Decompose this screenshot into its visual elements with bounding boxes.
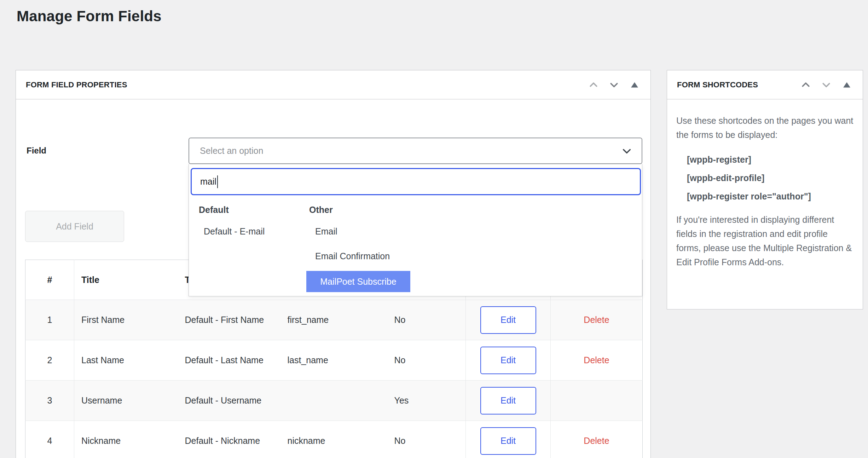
field-label: Field	[27, 145, 46, 156]
chevron-down-icon	[621, 145, 632, 157]
page-title: Manage Form Fields	[17, 8, 162, 25]
option-email-confirmation[interactable]: Email Confirmation	[315, 251, 390, 261]
field-select-placeholder: Select an option	[200, 146, 621, 156]
collapse-panel-icon[interactable]	[841, 79, 853, 91]
table-row: 2 Last Name Default - Last Name last_nam…	[25, 340, 643, 381]
form-shortcodes-body: Use these shortcodes on the pages you wa…	[667, 99, 863, 269]
field-select[interactable]: Select an option	[189, 138, 642, 164]
row-number: 2	[25, 340, 74, 381]
form-shortcodes-header: FORM SHORTCODES	[667, 70, 863, 99]
shortcode-register: [wppb-register]	[676, 152, 853, 167]
shortcode-edit-profile: [wppb-edit-profile]	[676, 171, 853, 185]
row-number: 1	[25, 300, 74, 340]
field-search-value: mail	[200, 176, 216, 187]
row-title: Nickname	[74, 421, 175, 458]
delete-link[interactable]: Delete	[584, 315, 609, 325]
text-cursor	[217, 175, 218, 188]
row-required: Yes	[377, 381, 466, 421]
edit-button[interactable]: Edit	[480, 387, 536, 414]
edit-button[interactable]: Edit	[480, 347, 536, 374]
row-meta-name: last_name	[278, 340, 377, 381]
row-number: 3	[25, 381, 74, 421]
edit-button[interactable]: Edit	[480, 306, 536, 334]
form-field-properties-header: FORM FIELD PROPERTIES	[16, 70, 650, 99]
row-required: No	[377, 421, 466, 458]
header-number: #	[25, 260, 74, 300]
shortcodes-intro: Use these shortcodes on the pages you wa…	[676, 114, 853, 142]
edit-button[interactable]: Edit	[480, 427, 536, 455]
panel-order-controls	[800, 79, 853, 91]
row-required: No	[377, 300, 466, 340]
header-title: Title	[74, 260, 175, 300]
add-field-button[interactable]: Add Field	[25, 211, 124, 242]
move-down-icon[interactable]	[820, 79, 832, 91]
form-shortcodes-panel: FORM SHORTCODES Use these shortcodes on …	[667, 70, 863, 309]
table-row: 4 Nickname Default - Nickname nickname N…	[25, 421, 643, 458]
row-meta-name: nickname	[278, 421, 377, 458]
field-search-input[interactable]: mail	[191, 168, 641, 195]
form-field-properties-title: FORM FIELD PROPERTIES	[26, 80, 127, 89]
row-type: Default - First Name	[175, 300, 278, 340]
option-mailpoet-subscribe[interactable]: MailPoet Subscribe	[306, 271, 410, 292]
option-default-email[interactable]: Default - E-mail	[204, 226, 265, 237]
move-up-icon[interactable]	[800, 79, 812, 91]
shortcode-list: [wppb-register] [wppb-edit-profile] [wpp…	[676, 152, 853, 203]
row-type: Default - Last Name	[175, 340, 278, 381]
table-row: 1 First Name Default - First Name first_…	[25, 300, 643, 340]
row-number: 4	[25, 421, 74, 458]
option-email[interactable]: Email	[315, 226, 337, 237]
delete-link[interactable]: Delete	[584, 436, 609, 446]
row-meta-name	[278, 381, 377, 421]
shortcodes-note: If you're interested in displaying diffe…	[676, 213, 853, 269]
row-title: Username	[74, 381, 175, 421]
delete-link[interactable]: Delete	[584, 355, 609, 365]
row-title: First Name	[74, 300, 175, 340]
row-title: Last Name	[74, 340, 175, 381]
option-group-other: Other	[309, 204, 333, 215]
move-down-icon[interactable]	[608, 79, 620, 91]
field-select-dropdown: mail Default Default - E-mail Other Emai…	[189, 164, 642, 296]
shortcode-register-role: [wppb-register role="author"]	[676, 189, 853, 203]
form-shortcodes-title: FORM SHORTCODES	[677, 80, 758, 89]
row-meta-name: first_name	[278, 300, 377, 340]
option-group-default: Default	[199, 204, 229, 215]
panel-order-controls	[588, 79, 641, 91]
row-type: Default - Username	[175, 381, 278, 421]
form-field-properties-panel: FORM FIELD PROPERTIES Field Select an op…	[16, 70, 651, 458]
row-required: No	[377, 340, 466, 381]
move-up-icon[interactable]	[588, 79, 600, 91]
collapse-panel-icon[interactable]	[629, 79, 641, 91]
row-type: Default - Nickname	[175, 421, 278, 458]
table-row: 3 Username Default - Username Yes Edit	[25, 381, 643, 421]
